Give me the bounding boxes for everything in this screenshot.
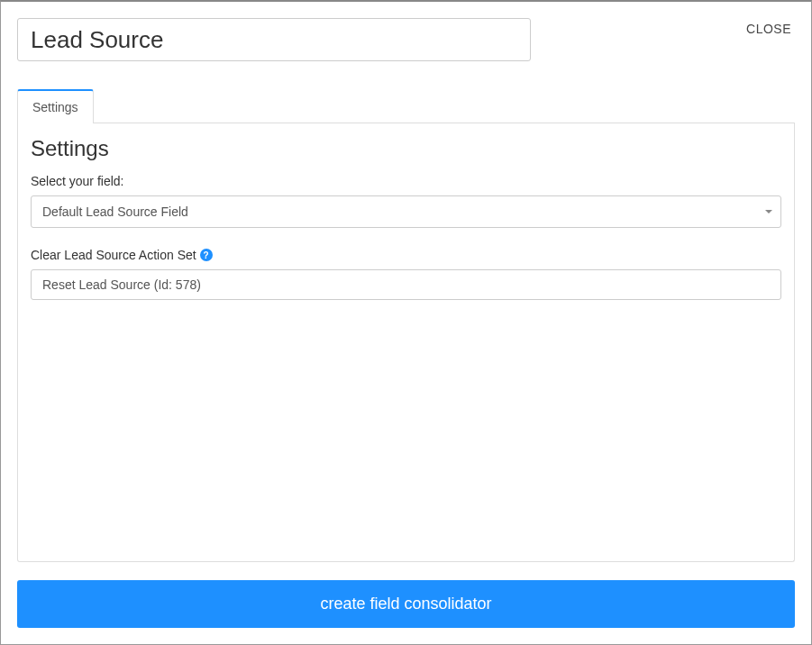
- close-button[interactable]: CLOSE: [746, 18, 791, 40]
- header-row: CLOSE: [17, 18, 795, 61]
- field-select-value: Default Lead Source Field: [31, 195, 781, 228]
- create-field-consolidator-button[interactable]: create field consolidator: [17, 580, 795, 628]
- settings-panel: Settings Select your field: Default Lead…: [17, 123, 795, 562]
- field-select[interactable]: Default Lead Source Field: [31, 195, 781, 228]
- tabs: Settings: [17, 88, 795, 123]
- panel-title: Settings: [31, 136, 781, 161]
- select-field-label: Select your field:: [31, 174, 781, 188]
- clear-action-label-row: Clear Lead Source Action Set ?: [31, 248, 781, 262]
- clear-action-input[interactable]: [31, 269, 781, 300]
- modal-container: CLOSE Settings Settings Select your fiel…: [1, 2, 811, 644]
- help-icon[interactable]: ?: [200, 249, 213, 261]
- tab-settings[interactable]: Settings: [17, 89, 94, 123]
- title-input[interactable]: [17, 18, 531, 61]
- clear-action-label: Clear Lead Source Action Set: [31, 248, 196, 262]
- footer: create field consolidator: [17, 580, 795, 628]
